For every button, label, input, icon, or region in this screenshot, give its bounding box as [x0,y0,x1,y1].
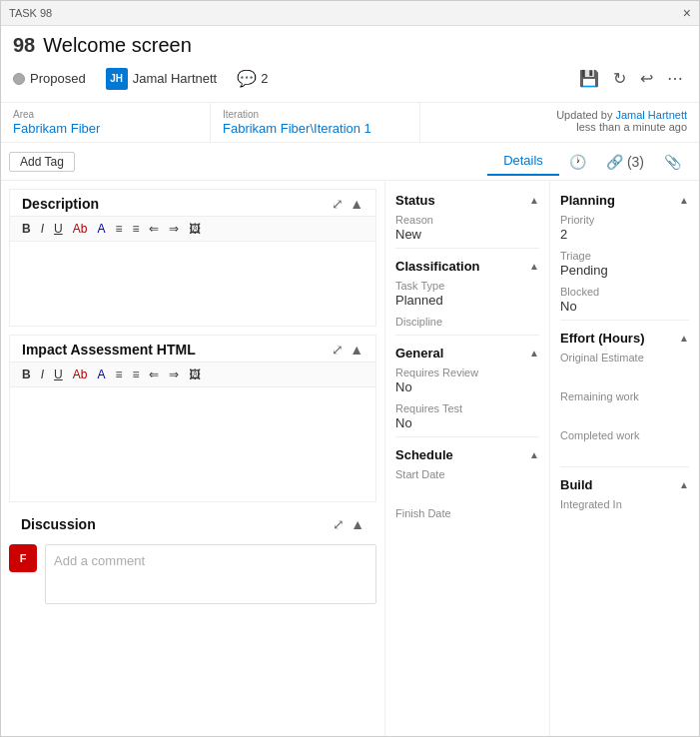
integrated-in-label: Integrated In [560,498,689,510]
impact-ul-button[interactable]: ≡ [111,367,126,382]
description-section: Description ⤢ ▲ B I U Ab A ≡ ≡ ⇐ ⇒ � [9,189,376,327]
requires-test-value[interactable]: No [395,415,539,430]
blocked-value[interactable]: No [560,299,689,314]
discussion-section: Discussion ⤢ ▲ F Add a comment [9,510,376,604]
discussion-collapse-icon[interactable]: ▲ [350,516,364,532]
schedule-section-header[interactable]: Schedule ▲ [385,441,549,466]
tab-details[interactable]: Details [487,147,559,176]
left-panel: Description ⤢ ▲ B I U Ab A ≡ ≡ ⇐ ⇒ � [1,181,385,736]
add-tag-button[interactable]: Add Tag [9,152,75,172]
reason-field: Reason New [385,212,549,248]
toolbar-icons: 💾 ↻ ↩ ⋯ [575,67,687,90]
impact-italic-button[interactable]: I [37,367,48,382]
priority-value[interactable]: 2 [560,227,689,242]
completed-work-field: Completed work [550,427,699,466]
indent-button[interactable]: ⇒ [165,221,183,237]
description-textarea[interactable] [10,242,375,322]
remaining-work-value[interactable] [560,403,689,421]
undo-icon[interactable]: ↩ [636,67,657,90]
impact-font-color-button[interactable]: A [93,367,109,382]
impact-indent-button[interactable]: ⇒ [165,367,183,382]
status-badge[interactable]: Proposed [13,71,86,86]
more-icon[interactable]: ⋯ [663,67,687,90]
iteration-value[interactable]: Fabrikam Fiber\Iteration 1 [223,121,407,136]
save-icon[interactable]: 💾 [575,67,603,90]
description-toolbar: B I U Ab A ≡ ≡ ⇐ ⇒ 🖼 [10,216,375,242]
iteration-label: Iteration [223,109,407,120]
area-value[interactable]: Fabrikam Fiber [13,121,198,136]
requires-review-label: Requires Review [395,367,539,378]
impact-expand-icon[interactable]: ⤢ [332,342,344,358]
comment-placeholder: Add a comment [54,553,145,568]
collapse-icon[interactable]: ▲ [350,196,363,212]
triage-value[interactable]: Pending [560,263,689,278]
close-button[interactable]: × [683,5,691,21]
start-date-label: Start Date [395,468,539,480]
planning-section-header[interactable]: Planning ▲ [550,187,699,212]
build-section-header[interactable]: Build ▲ [550,471,699,496]
discussion-header: Discussion ⤢ ▲ [9,510,376,536]
avatar-initials: JH [110,73,123,84]
impact-textarea[interactable] [10,387,375,497]
requires-review-value[interactable]: No [395,379,539,394]
triage-field: Triage Pending [550,248,699,284]
image-button[interactable]: 🖼 [185,221,205,237]
assignee-field[interactable]: JH Jamal Hartnett [106,68,218,90]
font-color-button[interactable]: A [93,221,109,237]
effort-title: Effort (Hours) [560,331,645,346]
integrated-in-value[interactable] [560,511,689,529]
tab-attachments[interactable]: 📎 [654,148,691,176]
area-iteration-row: Area Fabrikam Fiber Iteration Fabrikam F… [1,103,699,143]
impact-collapse-icon[interactable]: ▲ [350,342,363,358]
link-icon: 🔗 [606,154,623,170]
impact-highlight-button[interactable]: Ab [69,367,92,382]
italic-button[interactable]: I [37,221,48,237]
tab-row: Details 🕐 🔗 (3) 📎 [487,147,691,176]
comment-row: F Add a comment [9,544,376,604]
completed-work-value[interactable] [560,442,689,460]
start-date-value[interactable] [395,481,539,499]
task-number: 98 [13,34,35,57]
impact-underline-button[interactable]: U [50,367,67,382]
impact-outdent-button[interactable]: ⇐ [145,367,163,382]
refresh-icon[interactable]: ↻ [609,67,630,90]
reason-value[interactable]: New [395,227,539,242]
finish-date-value[interactable] [395,520,539,538]
title-bar: TASK 98 × [1,1,699,26]
ul-button[interactable]: ≡ [111,221,126,237]
schedule-title: Schedule [395,447,453,462]
comment-badge[interactable]: 💬 2 [237,69,268,88]
discussion-expand-icon[interactable]: ⤢ [333,516,345,532]
updated-label: Updated by [556,109,612,121]
ol-button[interactable]: ≡ [128,221,143,237]
effort-section-header[interactable]: Effort (Hours) ▲ [550,325,699,350]
outdent-button[interactable]: ⇐ [145,221,163,237]
expand-icon[interactable]: ⤢ [332,196,344,212]
impact-bold-button[interactable]: B [18,367,35,382]
impact-toolbar: B I U Ab A ≡ ≡ ⇐ ⇒ 🖼 [10,362,375,387]
status-section: Status ▲ Reason New [385,187,549,249]
planning-collapse-icon: ▲ [679,195,689,206]
tab-clock[interactable]: 🕐 [559,148,596,176]
original-estimate-value[interactable] [560,365,689,382]
links-count: (3) [627,154,644,170]
classification-section-header[interactable]: Classification ▲ [385,253,549,278]
status-section-header[interactable]: Status ▲ [385,187,549,212]
discipline-label: Discipline [395,316,539,328]
bold-button[interactable]: B [18,221,35,237]
comment-avatar: F [9,544,37,572]
classification-title: Classification [395,259,480,274]
classification-collapse-icon: ▲ [529,261,539,272]
comment-input[interactable]: Add a comment [45,544,376,604]
tab-links[interactable]: 🔗 (3) [596,148,654,176]
highlight-button[interactable]: Ab [69,221,92,237]
comments-count: 2 [261,71,268,86]
underline-button[interactable]: U [50,221,67,237]
assignee-name: Jamal Hartnett [133,71,218,86]
impact-image-button[interactable]: 🖼 [185,367,205,382]
task-label: TASK 98 [9,7,52,19]
task-type-value[interactable]: Planned [395,293,539,308]
impact-ol-button[interactable]: ≡ [128,367,143,382]
general-section-header[interactable]: General ▲ [385,340,549,365]
general-section: General ▲ Requires Review No Requires Te… [385,340,549,437]
